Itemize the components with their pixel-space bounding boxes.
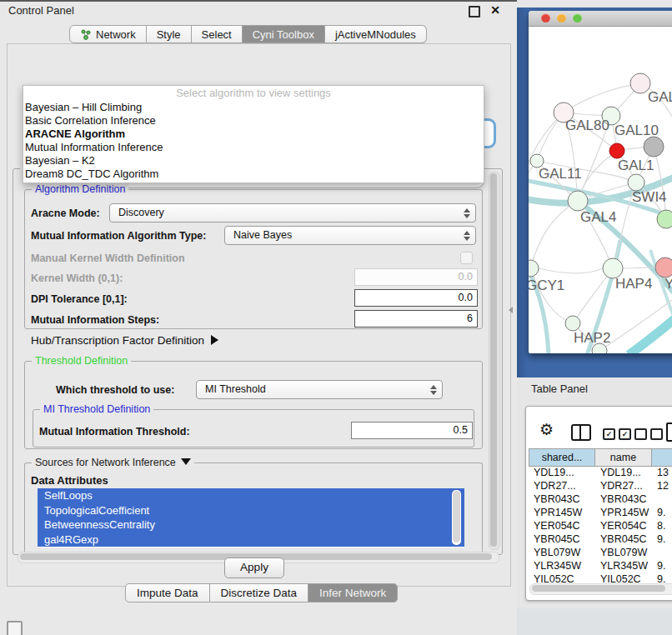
column-header-a[interactable]: A [652, 448, 672, 467]
table-row[interactable]: YBR043CYBR043C [529, 493, 672, 507]
mi-threshold-field[interactable]: 0.5 [351, 422, 473, 439]
network-node-gal4[interactable] [568, 191, 588, 211]
dropdown-item[interactable]: Dream8 DC_TDC Algorithm [23, 168, 484, 181]
close-traffic-light-icon[interactable] [541, 13, 550, 22]
zoom-traffic-light-icon[interactable] [573, 13, 582, 22]
mi-algorithm-type-label: Mutual Information Algorithm Type: [31, 230, 206, 242]
table-cell: YBR045C [529, 533, 595, 547]
node-label-gal7: GAL7 [648, 89, 672, 105]
network-edge[interactable] [564, 83, 640, 112]
column-header-shared[interactable]: shared... [529, 448, 595, 467]
table-cell: YDR27... [529, 480, 595, 493]
manual-kernel-width-checkbox[interactable] [460, 252, 473, 264]
column-header-name[interactable]: name [595, 448, 652, 467]
table-cell: YER054C [595, 520, 652, 533]
close-icon[interactable]: ✕ [490, 3, 500, 17]
network-node-swi4[interactable] [628, 174, 644, 191]
dropdown-item[interactable]: Mutual Information Inference [23, 141, 484, 154]
network-edge[interactable] [530, 201, 578, 268]
mi-steps-field[interactable]: 6 [354, 310, 478, 328]
attribute-item[interactable]: TopologicalCoefficient [38, 503, 464, 518]
network-node[interactable] [657, 210, 672, 228]
tab-select[interactable]: Select [192, 25, 243, 43]
float-icon[interactable] [469, 6, 480, 18]
table-panel-title: Table Panel [531, 382, 588, 395]
algorithm-definition-legend: Algorithm Definition [32, 183, 128, 195]
table-body: YDL19...YDL19...13YDR27...YDR27...12YBR0… [529, 467, 672, 587]
network-icon [80, 29, 92, 40]
tab-impute-data[interactable]: Impute Data [125, 583, 210, 602]
network-node-hap2[interactable] [565, 316, 580, 331]
table-cell: 8. [652, 520, 672, 533]
settings-vertical-scrollbar[interactable] [489, 172, 500, 550]
select-all-icon[interactable]: ✓✓ [603, 428, 631, 440]
network-canvas[interactable]: GAL7GAL80GAL10GAL1GAL11SWI4GAL4GCY1HAP4Y… [529, 26, 672, 353]
network-edge[interactable] [629, 318, 672, 353]
table-row[interactable]: YDL19...YDL19...13 [529, 467, 672, 480]
table-cell: YPR145W [595, 507, 652, 520]
tab-infer-network[interactable]: Infer Network [308, 583, 398, 602]
hub-definition-expander[interactable]: Hub/Transcription Factor Definition [31, 334, 218, 347]
table-cell: YDL19... [529, 467, 595, 480]
network-node-gcy1[interactable] [529, 260, 539, 277]
columns-icon[interactable] [571, 424, 591, 441]
list-scrollbar-thumb[interactable] [453, 491, 460, 542]
table-row[interactable]: YBR045CYBR045C9. [529, 533, 672, 547]
table-panel: Table Panel ⚙ ✓✓ shared...nameA YDL19...… [517, 378, 672, 635]
dropdown-item[interactable]: Basic Correlation Inference [23, 114, 484, 128]
tab-label: jActiveMNodules [335, 28, 416, 41]
table-hscroll-thumb[interactable] [532, 585, 665, 592]
hub-definition-label: Hub/Transcription Factor Definition [31, 334, 204, 347]
settings-vscroll-thumb[interactable] [490, 173, 497, 547]
dropdown-item[interactable]: ARACNE Algorithm [23, 128, 484, 141]
data-attributes-list[interactable]: SelfLoopsTopologicalCoefficientBetweenne… [38, 488, 464, 548]
gear-icon[interactable]: ⚙ [539, 422, 554, 438]
aracne-mode-label: Aracne Mode: [31, 208, 100, 219]
table-row[interactable]: YPR145WYPR145W9. [529, 507, 672, 520]
minimize-traffic-light-icon[interactable] [557, 13, 566, 22]
network-node-y[interactable] [655, 258, 672, 278]
tab-cyni-toolbox[interactable]: Cyni Toolbox [243, 25, 325, 43]
attribute-item[interactable]: BetweennessCentrality [38, 518, 464, 532]
tab-style[interactable]: Style [147, 25, 192, 43]
docked-window-icon[interactable] [7, 621, 23, 635]
network-edge[interactable] [539, 268, 603, 273]
apply-button[interactable]: Apply [224, 558, 284, 578]
aracne-mode-combo[interactable]: Discovery [109, 203, 476, 222]
attribute-item[interactable]: SelfLoops [38, 488, 464, 503]
control-panel-titlebar: Control Panel ✕ [0, 2, 517, 20]
deselect-all-icon[interactable] [634, 428, 663, 440]
control-panel-window: Control Panel ✕ NetworkStyleSelectCyni T… [0, 0, 518, 603]
table-row[interactable]: YLR345WYLR345W9. [529, 560, 672, 573]
node-label-gal10: GAL10 [614, 122, 659, 138]
desktop-area: GAL7GAL80GAL10GAL1GAL11SWI4GAL4GCY1HAP4Y… [517, 0, 672, 635]
dropdown-item[interactable]: Bayesian – K2 [23, 154, 484, 168]
dpi-tolerance-field[interactable]: 0.0 [354, 289, 478, 307]
list-scrollbar[interactable] [452, 490, 461, 545]
table-row[interactable]: YER054CYER054C8. [529, 520, 672, 533]
tab-jactivemnodules[interactable]: jActiveMNodules [325, 25, 427, 43]
manual-kernel-width-label: Manual Kernel Width Definition [31, 252, 185, 264]
network-node-gal1[interactable] [609, 143, 624, 158]
tab-network[interactable]: Network [69, 25, 147, 43]
splitter-collapse-icon[interactable] [509, 307, 513, 313]
new-table-icon[interactable] [666, 422, 672, 442]
sources-legend-label: Sources for Network Inference [35, 457, 176, 468]
which-threshold-value: MI Threshold [205, 383, 266, 395]
attribute-item[interactable]: gal4RGexp [38, 532, 464, 548]
which-threshold-combo[interactable]: MI Threshold [196, 380, 443, 399]
tab-discretize-data[interactable]: Discretize Data [210, 583, 309, 602]
table-cell: YER054C [529, 520, 595, 533]
sources-legend[interactable]: Sources for Network Inference [32, 457, 194, 468]
table-cell: 12 [652, 480, 672, 493]
table-horizontal-scrollbar[interactable] [529, 583, 672, 595]
mi-algorithm-type-combo[interactable]: Naive Bayes [224, 226, 476, 245]
table-row[interactable]: YBL079WYBL079W [529, 547, 672, 560]
dropdown-item-list: Bayesian – Hill ClimbingBasic Correlatio… [23, 101, 484, 181]
dropdown-item[interactable]: Bayesian – Hill Climbing [23, 101, 484, 114]
network-node[interactable] [644, 137, 664, 157]
tab-label: Style [157, 28, 181, 41]
table-row[interactable]: YDR27...YDR27...12 [529, 480, 672, 493]
table-cell: YDR27... [595, 480, 652, 493]
kernel-width-field[interactable]: 0.0 [354, 268, 478, 286]
